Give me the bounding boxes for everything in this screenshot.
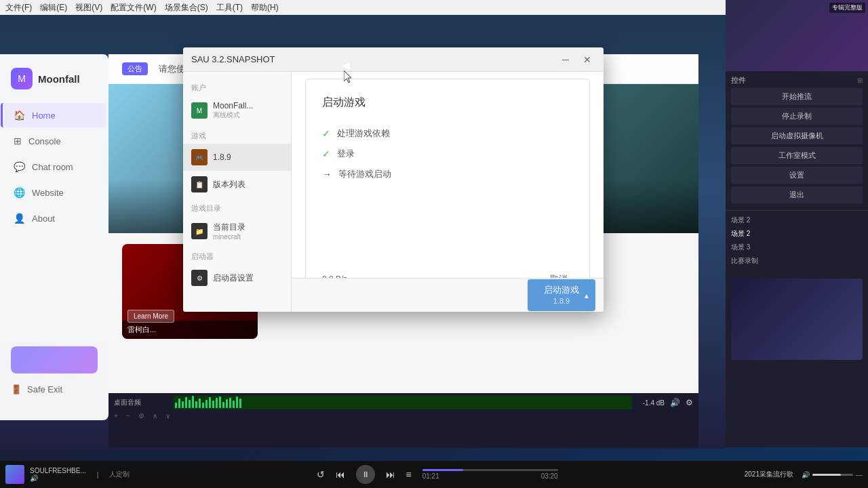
nav-website-label: Website bbox=[32, 188, 64, 198]
sidebar-logo-text: Moonfall bbox=[38, 73, 80, 85]
sau-dir-label: 当前目录 bbox=[213, 222, 245, 233]
song-info: SOULFRESHBE... 🔊 bbox=[5, 465, 86, 484]
sau-sidebar: 账户 M MoonFall... 离线模式 游戏 🎮 1.8.9 📋 版本列表 … bbox=[183, 72, 292, 312]
vol-fill bbox=[812, 474, 841, 476]
nav-chatroom-label: Chat room bbox=[32, 162, 73, 172]
sau-game-version[interactable]: 🎮 1.8.9 bbox=[183, 144, 291, 171]
up-icon[interactable]: ∧ bbox=[153, 412, 157, 420]
menu-scene[interactable]: 场景集合(S) bbox=[165, 2, 208, 14]
sau-close-button[interactable]: ✕ bbox=[579, 52, 595, 68]
stop-record-button[interactable]: 停止录制 bbox=[731, 108, 863, 125]
sau-versionlist-icon: 📋 bbox=[191, 176, 208, 192]
scene-item-2[interactable]: 场景 2 bbox=[731, 227, 863, 241]
taskbar-center: ↺ ⏮ ⏸ ⏭ ≡ 01:21 03:20 bbox=[138, 465, 736, 484]
sau-dir-icon: 📁 bbox=[191, 223, 208, 239]
down-icon[interactable]: ∨ bbox=[165, 412, 170, 420]
top-menubar: 文件(F) 编辑(E) 视图(V) 配置文件(W) 场景集合(S) 工具(T) … bbox=[0, 0, 726, 15]
sau-current-dir[interactable]: 📁 当前目录 minecraft bbox=[183, 216, 291, 246]
safe-exit[interactable]: 🚪 Safe Exit bbox=[11, 379, 98, 400]
nav-website[interactable]: 🌐 Website bbox=[3, 180, 106, 205]
virtual-camera-button[interactable]: 启动虚拟摄像机 bbox=[731, 127, 863, 144]
menu-view[interactable]: 视图(V) bbox=[75, 2, 102, 14]
play-pause-button[interactable]: ⏸ bbox=[356, 465, 375, 484]
scene-item-3[interactable]: 场景 3 bbox=[731, 241, 863, 254]
sau-account-item[interactable]: M MoonFall... 离线模式 bbox=[183, 96, 291, 125]
step2-check-icon: ✓ bbox=[322, 148, 330, 159]
menu-file[interactable]: 文件(F) bbox=[5, 2, 32, 14]
time-row: 01:21 03:20 bbox=[422, 472, 558, 480]
launch-btn-label: 启动游戏 bbox=[544, 285, 579, 296]
nav-about-label: About bbox=[32, 214, 55, 224]
mini-track-info: SOULFRESHBE... 🔊 bbox=[30, 467, 86, 482]
scene-item-1[interactable]: 场景 2 bbox=[731, 214, 863, 227]
nav-chatroom[interactable]: 💬 Chat room bbox=[3, 155, 106, 179]
launch-dialog-title: 启动游戏 bbox=[322, 96, 573, 110]
card-label: 雷柯白... bbox=[122, 321, 258, 339]
sau-dir-sub: minecraft bbox=[213, 233, 245, 241]
nav-console-label: Console bbox=[28, 136, 61, 146]
sau-game-section-label: 游戏 bbox=[183, 128, 291, 144]
launch-game-button[interactable]: 启动游戏 1.8.9 bbox=[528, 279, 595, 311]
sidebar-logo: M Moonfall bbox=[0, 68, 108, 103]
repeat-button[interactable]: ↺ bbox=[317, 469, 325, 480]
nav-home[interactable]: 🏠 Home bbox=[1, 103, 106, 127]
menu-edit[interactable]: 编辑(E) bbox=[40, 2, 67, 14]
volume-slider[interactable]: 🔊 — bbox=[802, 471, 863, 479]
menu-help[interactable]: 帮助(H) bbox=[251, 2, 279, 14]
volume-status-icon[interactable]: 🔊 bbox=[30, 474, 38, 482]
launch-step-1: ✓ 处理游戏依赖 bbox=[322, 123, 573, 144]
sau-account-info: MoonFall... 离线模式 bbox=[213, 101, 253, 120]
start-stream-button[interactable]: 开始推流 bbox=[731, 88, 863, 105]
add-source-icon[interactable]: + bbox=[114, 412, 118, 420]
sau-version-label: 1.8.9 bbox=[213, 152, 231, 162]
sau-launcher-section-label: 启动器 bbox=[183, 249, 291, 264]
sau-version-list[interactable]: 📋 版本列表 bbox=[183, 171, 291, 198]
sau-launcher-settings[interactable]: ⚙ 启动器设置 bbox=[183, 264, 291, 291]
nav-home-label: Home bbox=[32, 110, 56, 121]
sau-game-icon: 🎮 bbox=[191, 149, 208, 165]
step3-arrow-icon: → bbox=[322, 169, 332, 180]
exit-button[interactable]: 退出 bbox=[731, 186, 863, 203]
scene-item-4[interactable]: 比赛录制 bbox=[731, 254, 863, 268]
mini-album-art bbox=[5, 465, 24, 484]
next-button[interactable]: ⏭ bbox=[386, 469, 395, 480]
menu-profile[interactable]: 配置文件(W) bbox=[111, 2, 156, 14]
launch-step-2: ✓ 登录 bbox=[322, 144, 573, 164]
audio-area: 桌面音频 bbox=[108, 393, 698, 447]
stream-album-label: 专辑完整版 bbox=[829, 3, 865, 13]
vol-bar[interactable] bbox=[812, 474, 853, 476]
sidebar-nav: 🏠 Home ⊞ Console 💬 Chat room 🌐 Website 👤… bbox=[0, 103, 108, 340]
prev-button[interactable]: ⏮ bbox=[336, 469, 345, 480]
step3-text: 等待游戏启动 bbox=[338, 168, 391, 180]
center-song-text: 2021采集流行歌 bbox=[745, 470, 793, 479]
launch-btn-version: 1.8.9 bbox=[553, 296, 570, 306]
sau-bottom-bar: 启动游戏 1.8.9 bbox=[292, 278, 604, 312]
audio-row-controls: + − ⚙ ∧ ∨ bbox=[114, 412, 693, 420]
sau-launcher-window: SAU 3.2.SNAPSHOT ─ ✕ 账户 M MoonFall... 离线… bbox=[183, 47, 604, 312]
scene4-label: 比赛录制 bbox=[731, 256, 758, 266]
audio-row-1: 桌面音频 bbox=[114, 396, 693, 409]
studio-mode-button[interactable]: 工作室模式 bbox=[731, 147, 863, 164]
settings-button[interactable]: 设置 bbox=[731, 167, 863, 184]
audio-settings-icon[interactable]: ⚙ bbox=[686, 398, 693, 407]
safe-exit-icon: 🚪 bbox=[11, 384, 22, 394]
nav-console[interactable]: ⊞ Console bbox=[3, 129, 106, 153]
audio-source-label: 桌面音频 bbox=[114, 398, 168, 407]
sau-body: 账户 M MoonFall... 离线模式 游戏 🎮 1.8.9 📋 版本列表 … bbox=[183, 72, 604, 312]
sau-minimize-button[interactable]: ─ bbox=[557, 52, 574, 68]
scene2-label: 场景 2 bbox=[731, 229, 750, 239]
sau-account-section-label: 账户 bbox=[183, 80, 291, 96]
taskbar-left: SOULFRESHBE... 🔊 | 人定制 bbox=[5, 465, 130, 484]
learn-more-button[interactable]: Learn More bbox=[127, 310, 174, 323]
settings-icon[interactable]: ⚙ bbox=[138, 412, 144, 420]
playlist-button[interactable]: ≡ bbox=[406, 469, 412, 480]
menu-tools[interactable]: 工具(T) bbox=[216, 2, 243, 14]
volume-icon[interactable]: 🔊 bbox=[670, 398, 680, 407]
taskbar-right: 2021采集流行歌 🔊 — bbox=[745, 470, 863, 479]
controls-toggle-icon[interactable]: ⊞ bbox=[857, 77, 863, 84]
sau-gamedir-section-label: 游戏目录 bbox=[183, 201, 291, 216]
progress-bar[interactable] bbox=[422, 469, 558, 471]
remove-source-icon[interactable]: − bbox=[126, 412, 130, 420]
sau-main-panel: 启动游戏 ✓ 处理游戏依赖 ✓ 登录 → 等待游戏启动 0.0 B/s 取消 bbox=[292, 72, 604, 312]
nav-about[interactable]: 👤 About bbox=[3, 206, 106, 230]
